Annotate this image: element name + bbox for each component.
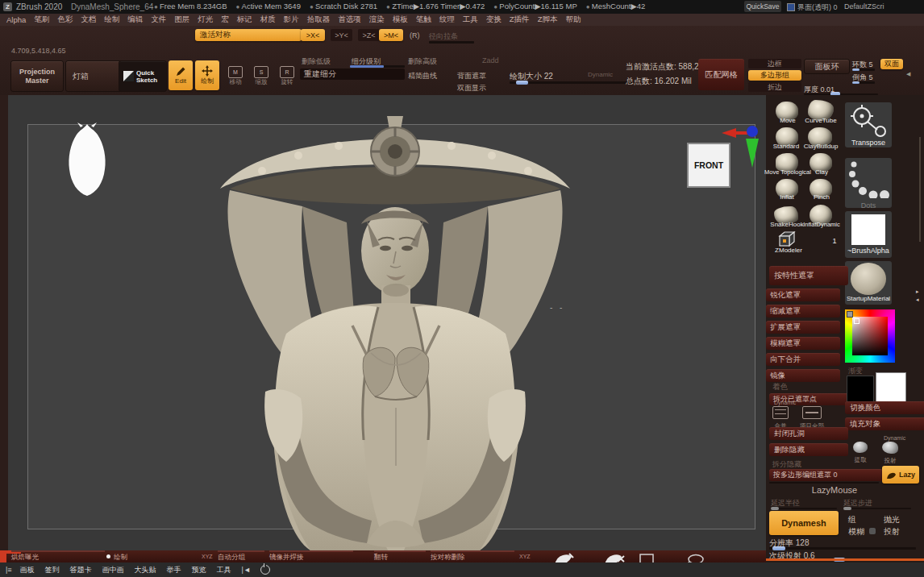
mask-button[interactable]: 锐化遮罩	[766, 288, 840, 301]
menu-item[interactable]: 灯光	[198, 15, 213, 25]
brush-zmodeler-label[interactable]: ZModeler	[771, 247, 806, 254]
brush-inflatdynamic-label[interactable]: InflatDynamic	[797, 221, 847, 228]
backface-mask-button[interactable]: 背面遮罩	[457, 71, 486, 81]
brush-zmodeler-icon[interactable]	[777, 230, 797, 248]
switch-color-button[interactable]: 切换颜色	[845, 401, 924, 414]
resolution-track[interactable]	[769, 547, 916, 550]
edit-button[interactable]: Edit	[169, 60, 193, 90]
collapse-arrow-icon[interactable]: ◀	[906, 71, 910, 77]
lazy-step-track[interactable]	[843, 508, 911, 509]
del-hidden-button[interactable]: 删除隐藏	[769, 443, 848, 456]
symmetry-z-button[interactable]: >Z<	[358, 29, 380, 41]
lazymouse-label[interactable]: LazyMouse	[786, 485, 883, 495]
material-tile[interactable]: StartupMaterial	[845, 261, 892, 305]
lightbox-button[interactable]: 灯箱	[65, 60, 123, 92]
menu-item[interactable]: 编辑	[127, 15, 143, 25]
del-lower-button[interactable]: 删除低级	[302, 56, 331, 67]
menu-item[interactable]: 宏	[221, 15, 229, 25]
ui-opacity-label[interactable]: 界面(透明) 0	[797, 2, 838, 13]
scale-button[interactable]: S 缩放	[250, 63, 273, 86]
taskbar-prev-icon[interactable]: |◄	[242, 566, 251, 574]
menu-item[interactable]: 变换	[486, 15, 502, 25]
alpha-vase-thumbnail[interactable]	[65, 122, 110, 198]
menu-item[interactable]: Z脚本	[538, 15, 558, 25]
taskbar-item[interactable]: 签到	[45, 565, 60, 575]
scroll-left-icon[interactable]: ◂	[916, 297, 919, 303]
double-sided-button[interactable]: 双面	[880, 59, 903, 69]
brush-move-topological-label[interactable]: Move Topological	[760, 168, 816, 176]
dynamesh-button[interactable]: Dynamesh	[769, 511, 839, 535]
lazy-radius-track[interactable]	[771, 508, 837, 509]
quick-sketch-button[interactable]: Quick Sketch	[119, 60, 167, 92]
mask-by-feature-button[interactable]: 按特性遮罩	[769, 266, 848, 285]
menu-item[interactable]: 材质	[260, 15, 276, 25]
radial-count-slider[interactable]	[429, 41, 474, 44]
rotate-button[interactable]: R 旋转	[276, 63, 298, 86]
alpha-tile[interactable]: ~BrushAlpha	[845, 211, 892, 258]
menu-item[interactable]: 文档	[81, 15, 96, 25]
draw-size-slider-handle[interactable]	[516, 81, 528, 85]
reconstruct-subdiv-button[interactable]: 重建细分	[300, 68, 405, 80]
menu-item[interactable]: 文件	[151, 15, 166, 25]
menu-item[interactable]: 拾取器	[307, 15, 331, 25]
menu-item[interactable]: Z插件	[510, 15, 530, 25]
mask-button[interactable]: 扩展遮罩	[766, 321, 840, 334]
taskbar-item[interactable]: 预览	[192, 565, 206, 575]
projection-master-button[interactable]: Projection Master	[10, 60, 64, 92]
mask-button[interactable]: 模糊遮罩	[766, 337, 840, 350]
menu-item[interactable]: 帮助	[565, 15, 581, 25]
sculpture-model[interactable]	[206, 102, 585, 550]
del-by-symmetry-button[interactable]: 按对称删除	[431, 553, 465, 562]
taskbar-item[interactable]: 举手	[167, 565, 181, 575]
mirror-weld-button[interactable]: 镜像并焊接	[269, 553, 304, 562]
lazy-button[interactable]: Lazy	[882, 466, 919, 484]
autogroup-button[interactable]: 自动分组	[218, 553, 245, 562]
sdiv-slider[interactable]	[350, 65, 405, 68]
taskbar-item[interactable]: 大头贴	[135, 565, 156, 575]
move-button[interactable]: M 移动	[224, 63, 247, 86]
color-picker[interactable]	[845, 309, 895, 363]
stroke-dots-tile[interactable]: Dots	[845, 158, 892, 208]
dynamic-label[interactable]: Dynamic	[588, 71, 613, 78]
viewport-canvas[interactable]: FRONT - -	[8, 95, 766, 550]
menu-item[interactable]: 渲染	[369, 15, 385, 25]
mask-button[interactable]: 向下合并	[766, 353, 840, 366]
taskbar-item[interactable]: 画板	[20, 565, 35, 575]
bottom-draw-label[interactable]: 绘制	[114, 553, 127, 562]
menu-item[interactable]: 纹理	[439, 15, 455, 25]
brush-pinch-label[interactable]: Pinch	[808, 193, 835, 201]
brush-clay-label[interactable]: Clay	[810, 168, 834, 176]
symmetry-y-button[interactable]: >Y<	[331, 29, 352, 41]
scroll-right-icon[interactable]: ▸	[916, 288, 919, 295]
menu-item[interactable]: 影片	[284, 15, 299, 25]
symmetry-m-button[interactable]: >M<	[379, 29, 403, 41]
taskbar-item[interactable]: 工具	[217, 565, 231, 575]
panel-scrollbar[interactable]	[919, 137, 921, 242]
colorize-button[interactable]: 着色	[772, 382, 788, 392]
mask-button[interactable]: 镜像	[766, 369, 840, 382]
polygroup-button[interactable]: 多边形组	[748, 70, 801, 81]
pair-b2-button[interactable]: 投射	[882, 442, 898, 465]
power-icon[interactable]	[260, 565, 270, 575]
menu-item[interactable]: 模板	[393, 15, 408, 25]
menu-item[interactable]: 工具	[463, 15, 478, 25]
mask-button[interactable]: 缩减遮罩	[766, 305, 840, 318]
dynamesh-project-toggle[interactable]: 投射	[884, 526, 900, 538]
symmetry-x-button[interactable]: >X<	[301, 29, 325, 41]
draw-button[interactable]: 绘制	[195, 60, 219, 90]
flip-button[interactable]: 翻转	[374, 553, 388, 562]
menu-item[interactable]: 首选项	[338, 15, 361, 25]
exposure-slider-label[interactable]: 烘焙曝光	[11, 553, 39, 562]
menu-item[interactable]: 笔触	[416, 15, 431, 25]
del-higher-button[interactable]: 删除高级	[408, 56, 437, 67]
match-mesh-button[interactable]: 匹配网格	[698, 59, 744, 90]
menu-item[interactable]: 标记	[237, 15, 252, 25]
bevel-slider[interactable]	[852, 81, 875, 84]
loops-slider[interactable]	[852, 68, 875, 71]
mask-by-polygroups-track[interactable]	[769, 482, 879, 484]
simplify-curve-button[interactable]: 精简曲线	[408, 71, 437, 81]
quicksave-button[interactable]: QuickSave	[744, 1, 781, 12]
dynamesh-blur-toggle[interactable]: 模糊	[848, 526, 864, 538]
transpose-tile[interactable]: Transpose	[845, 102, 892, 147]
brush-curvetube-label[interactable]: CurveTube	[800, 117, 842, 124]
